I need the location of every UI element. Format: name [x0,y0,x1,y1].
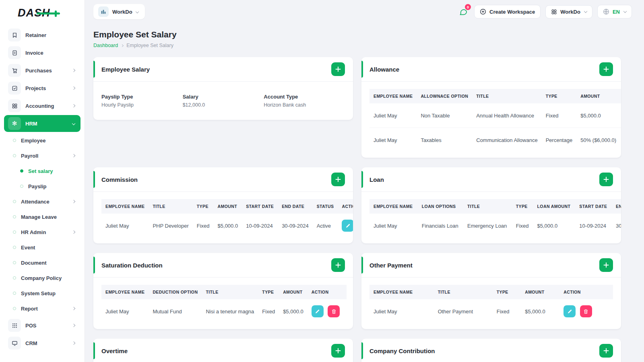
grid-icon [8,99,21,112]
sidebar-item-invoice[interactable]: Invoice [4,44,80,61]
logo-text: DASH [18,7,50,19]
topbar: WorkDo 0 Create Workspace WorkDo [85,0,644,23]
sidebar-item-purchases[interactable]: Purchases [4,62,80,79]
page-content: Employee Set Salary Dashboard Employee S… [85,23,644,362]
pos-icon [8,319,21,332]
sidebar-item-hrm[interactable]: ✻ HRM [4,115,80,132]
sidebar-item-crm[interactable]: CRM [4,335,80,352]
hrm-icon: ✻ [8,117,21,130]
add-overtime-button[interactable] [331,344,345,358]
column-header: Start Date [242,199,278,214]
cell: $5,000.0 [521,299,559,323]
column-header: Type [542,89,577,103]
sidebar-item-retainer[interactable]: Retainer [4,27,80,43]
sidebar-item-report[interactable]: Report [4,301,80,316]
sidebar: DASH Retainer Invoice Purchases P [0,0,85,362]
bullet-icon [13,139,16,142]
breadcrumb-dashboard-link[interactable]: Dashboard [93,43,118,48]
bullet-icon [13,276,16,280]
saturation-deduction-card: Saturation Deduction Employee Name Deduc… [93,253,353,329]
column-header: Loan Options [418,199,463,214]
sidebar-item-attendance[interactable]: Attendance [4,194,80,209]
sidebar-item-label: Projects [25,85,68,91]
chevron-right-icon [72,341,75,345]
sidebar-item-employee[interactable]: Employee [4,133,80,148]
add-other-payment-button[interactable] [599,258,613,272]
cell: Annual Health Allowance [472,103,541,128]
cell: $5,000.0 [214,214,242,238]
cell: Emergency Loan [463,214,512,238]
sidebar-item-event[interactable]: Event [4,240,80,255]
chevron-right-icon [121,44,124,47]
cell: $5,000.0 [576,103,620,128]
sidebar-item-set-salary[interactable]: Set salary [4,163,80,179]
sidebar-item-accounting[interactable]: Accounting [4,97,80,114]
account-type-field: Account Type Horizon Bank cash [264,94,345,108]
cell [620,128,621,152]
crm-icon [8,337,21,350]
card-header: Allowance [361,57,621,82]
sidebar-item-projects[interactable]: Projects [4,80,80,97]
add-loan-button[interactable] [599,173,613,186]
column-header: Amount [521,285,559,299]
messages-badge: 0 [465,4,471,10]
globe-icon [603,8,609,15]
language-code: EN [613,9,620,15]
breadcrumb-current: Employee Set Salary [126,43,173,48]
overtime-card: Overtime [93,339,353,362]
cart-icon [8,64,21,77]
cell: 10-09-2024 [242,214,278,238]
column-header: Status [313,199,338,214]
add-commission-button[interactable] [331,173,345,186]
sidebar-item-label: Retainer [25,32,76,38]
table-row: Juliet May Non Taxable Annual Health All… [369,103,621,128]
edit-button[interactable] [342,220,353,232]
employee-salary-card: Employee Salary Payslip Type Hourly Pays… [93,57,353,120]
chevron-down-icon [623,10,627,13]
bullet-icon [13,230,16,234]
column-header: Title [472,89,541,103]
chevron-down-icon [135,10,138,13]
cell: Taxables [417,128,472,152]
column-header: Title [463,199,512,214]
language-selector[interactable]: EN [597,5,632,19]
delete-button[interactable] [328,305,340,317]
create-workspace-button[interactable]: Create Workspace [474,5,541,19]
add-saturation-deduction-button[interactable] [331,258,345,272]
messages-button[interactable]: 0 [457,6,469,18]
logo[interactable]: DASH [0,0,85,26]
table-row: Juliet May PHP Developer Fixed $5,000.0 … [101,214,353,238]
sidebar-item-pos[interactable]: POS [4,317,80,334]
card-title: Other Payment [369,262,413,269]
sidebar-item-label: Accounting [25,103,68,109]
delete-button[interactable] [580,305,592,317]
allowance-table: Employee Name Allownace Option Title Typ… [369,89,621,152]
edit-button[interactable] [564,305,576,317]
sidebar-item-hr-admin[interactable]: HR Admin [4,224,80,240]
cell: Active [313,214,338,238]
sidebar-item-company-policy[interactable]: Company Policy [4,270,80,286]
add-company-contribution-button[interactable] [599,344,613,358]
other-payment-table: Employee Name Title Type Amount Action J… [369,285,613,323]
workdo-menu-button[interactable]: WorkDo [545,5,592,19]
bullet-icon [13,246,16,249]
sidebar-item-system-setup[interactable]: System Setup [4,286,80,301]
column-header: Employee Name [369,285,434,299]
allowance-card: Allowance Employee Name Allownace Option… [361,57,621,158]
table-row: Juliet May Taxables Communication Allowa… [369,128,621,152]
sidebar-item-payslip[interactable]: Payslip [4,179,80,194]
bullet-icon [13,292,16,295]
sidebar-item-manage-leave[interactable]: Manage Leave [4,209,80,224]
card-title: Company Contribution [369,348,435,354]
cell: Nisi a tenetur magna [202,299,258,323]
cell: Fixed [258,299,279,323]
breadcrumb: Dashboard Employee Set Salary [93,43,621,48]
add-allowance-button[interactable] [599,62,613,76]
column-header: Action [620,89,621,103]
sidebar-item-payroll[interactable]: Payroll [4,148,80,163]
cell: $5,000.0 [533,214,576,238]
sidebar-item-document[interactable]: Document [4,255,80,270]
add-employee-salary-button[interactable] [331,62,345,76]
edit-button[interactable] [312,305,324,317]
workspace-switcher[interactable]: WorkDo [93,4,145,19]
